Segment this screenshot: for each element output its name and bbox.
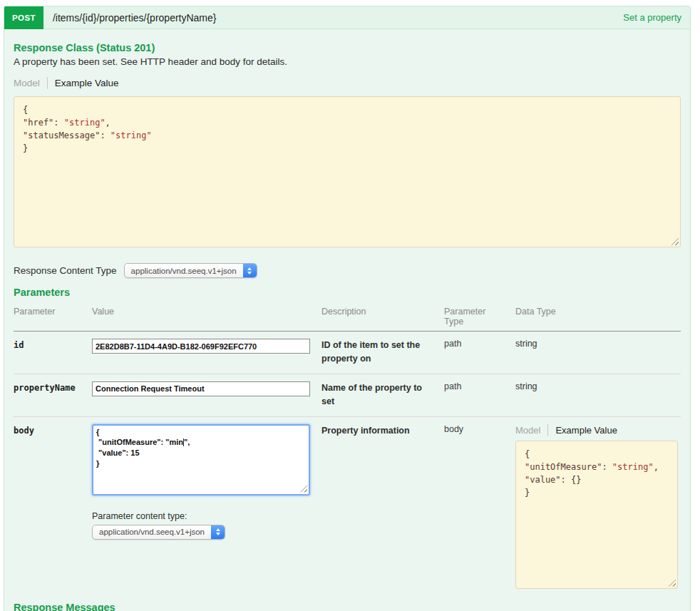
select-stepper-icon bbox=[243, 264, 257, 277]
param-name: body bbox=[14, 424, 92, 589]
id-input[interactable] bbox=[92, 339, 310, 354]
operation-content: Response Class (Status 201) A property h… bbox=[4, 29, 690, 611]
operation-header[interactable]: POST /items/{id}/properties/{propertyNam… bbox=[4, 6, 690, 29]
parameter-content-type-value: application/vnd.seeq.v1+json bbox=[93, 525, 211, 539]
param-type: path bbox=[444, 339, 515, 366]
tab-divider bbox=[547, 424, 548, 436]
tab-model[interactable]: Model bbox=[515, 425, 540, 436]
col-header-data-type: Data Type bbox=[515, 307, 681, 327]
response-content-type-label: Response Content Type bbox=[14, 265, 117, 276]
tab-divider bbox=[47, 77, 48, 89]
parameters-table-header: Parameter Value Description Parameter Ty… bbox=[14, 302, 681, 332]
col-header-description: Description bbox=[321, 307, 444, 327]
operation-panel: POST /items/{id}/properties/{propertyNam… bbox=[4, 6, 691, 611]
table-row-body: body { "unitOfMeasure": "min", "value": … bbox=[14, 417, 681, 596]
parameter-content-type-select[interactable]: application/vnd.seeq.v1+json bbox=[92, 525, 225, 540]
parameter-content-type-label: Parameter content type: bbox=[92, 511, 321, 521]
response-content-type-select[interactable]: application/vnd.seeq.v1+json bbox=[124, 263, 257, 278]
resize-handle-icon[interactable] bbox=[299, 485, 307, 493]
endpoint-path-link[interactable]: /items/{id}/properties/{propertyName} bbox=[53, 12, 217, 24]
operation-summary-link[interactable]: Set a property bbox=[623, 12, 690, 23]
response-content-type-value: application/vnd.seeq.v1+json bbox=[125, 264, 243, 277]
col-header-parameter-type: Parameter Type bbox=[444, 307, 515, 327]
tab-example-value[interactable]: Example Value bbox=[55, 78, 119, 88]
response-class-description: A property has been set. See HTTP header… bbox=[14, 56, 681, 67]
param-data-type: string bbox=[515, 381, 681, 409]
body-model-tabs: Model Example Value bbox=[515, 424, 678, 436]
param-description: Property information bbox=[321, 424, 444, 589]
property-name-input[interactable] bbox=[92, 381, 310, 396]
table-row-id: id ID of the item to set the property on… bbox=[14, 332, 681, 374]
response-class-title: Response Class (Status 201) bbox=[14, 42, 681, 53]
select-stepper-icon bbox=[211, 525, 225, 539]
param-name: propertyName bbox=[14, 381, 92, 409]
body-model-panel: Model Example Value { "unitOfMeasure": "… bbox=[515, 424, 681, 589]
resize-handle-icon[interactable] bbox=[671, 237, 679, 245]
response-example-snippet[interactable]: { "href": "string", "statusMessage": "st… bbox=[14, 96, 681, 247]
body-textarea[interactable]: { "unitOfMeasure": "min", "value": 15 } bbox=[92, 424, 310, 496]
resize-handle-icon[interactable] bbox=[668, 579, 676, 587]
param-name: id bbox=[14, 339, 92, 366]
col-header-parameter: Parameter bbox=[14, 307, 92, 327]
col-header-value: Value bbox=[92, 307, 321, 327]
response-sample-tabs: Model Example Value bbox=[14, 77, 681, 89]
param-description: ID of the item to set the property on bbox=[321, 339, 444, 366]
parameters-title: Parameters bbox=[14, 287, 681, 298]
param-data-type: string bbox=[515, 339, 681, 366]
tab-example-value[interactable]: Example Value bbox=[555, 425, 617, 436]
param-type: body bbox=[444, 424, 515, 589]
response-messages-title: Response Messages bbox=[14, 602, 681, 611]
tab-model[interactable]: Model bbox=[14, 78, 40, 88]
param-type: path bbox=[444, 381, 515, 409]
body-example-snippet[interactable]: { "unitOfMeasure": "string", "value": {}… bbox=[515, 441, 678, 589]
table-row-property-name: propertyName Name of the property to set… bbox=[14, 374, 681, 417]
parameters-table: Parameter Value Description Parameter Ty… bbox=[14, 302, 681, 596]
param-description: Name of the property to set bbox=[321, 381, 444, 409]
http-method-badge[interactable]: POST bbox=[4, 6, 43, 29]
